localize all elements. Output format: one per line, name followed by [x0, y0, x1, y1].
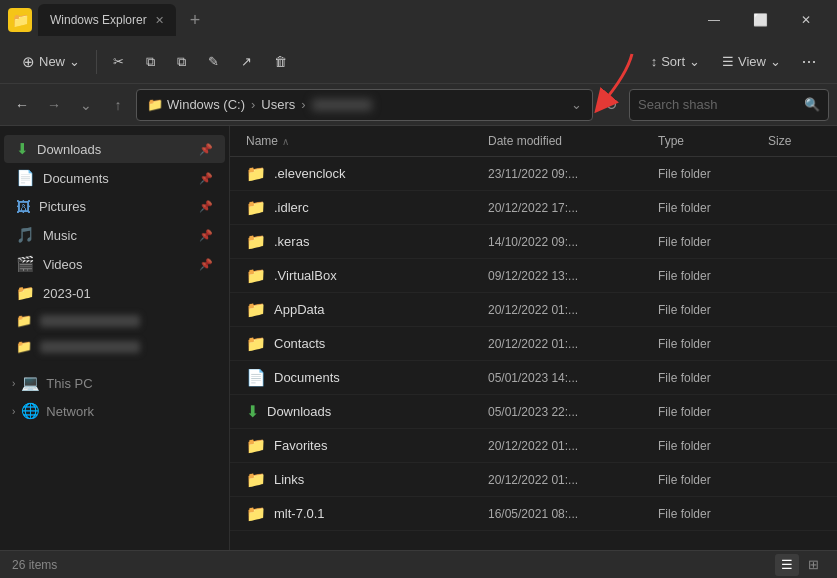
folder-icon: 📁: [246, 266, 266, 285]
table-row[interactable]: 📁 .elevenclock 23/11/2022 09:... File fo…: [230, 157, 837, 191]
file-size-cell: [760, 340, 837, 348]
file-size-cell: [760, 408, 837, 416]
sort-arrows-icon: ↕: [651, 54, 658, 69]
table-row[interactable]: 📄 Documents 05/01/2023 14:... File folde…: [230, 361, 837, 395]
view-button[interactable]: ☰ View ⌄: [712, 49, 791, 74]
file-name-cell: 📁 Favorites: [230, 432, 480, 459]
paste-button[interactable]: ⧉: [167, 49, 196, 75]
title-bar: 📁 Windows Explorer ✕ + — ⬜ ✕: [0, 0, 837, 40]
path-dropdown-icon[interactable]: ⌄: [571, 97, 582, 112]
delete-button[interactable]: 🗑: [264, 49, 297, 74]
cut-button[interactable]: ✂: [103, 49, 134, 74]
file-date-cell: 05/01/2023 14:...: [480, 367, 650, 389]
search-input[interactable]: [638, 97, 798, 112]
table-row[interactable]: 📁 .keras 14/10/2022 09:... File folder: [230, 225, 837, 259]
file-name-label: .elevenclock: [274, 166, 346, 181]
sidebar-item-downloads[interactable]: ⬇ Downloads 📌: [4, 135, 225, 163]
col-header-type[interactable]: Type: [650, 130, 760, 152]
back-button[interactable]: ←: [8, 91, 36, 119]
sidebar-item-pictures[interactable]: 🖼 Pictures 📌: [4, 193, 225, 220]
file-name-label: .idlerc: [274, 200, 309, 215]
network-label: Network: [46, 404, 217, 419]
table-row[interactable]: ⬇ Downloads 05/01/2023 22:... File folde…: [230, 395, 837, 429]
sidebar-item-blurred-1[interactable]: 📁: [4, 308, 225, 333]
folder-icon: 📁: [246, 436, 266, 455]
tab-label: Windows Explorer: [50, 13, 147, 27]
file-date-cell: 20/12/2022 01:...: [480, 469, 650, 491]
file-type-cell: File folder: [650, 265, 760, 287]
close-button[interactable]: ✕: [783, 4, 829, 36]
file-size-cell: [760, 204, 837, 212]
sidebar: ⬇ Downloads 📌 📄 Documents 📌 🖼 Pictures 📌…: [0, 126, 230, 550]
item-count-label: 26 items: [12, 558, 57, 572]
new-button[interactable]: ⊕ New ⌄: [12, 48, 90, 76]
maximize-button[interactable]: ⬜: [737, 4, 783, 36]
music-icon: 🎵: [16, 226, 35, 244]
file-date-cell: 20/12/2022 17:...: [480, 197, 650, 219]
col-header-name[interactable]: Name ∧: [230, 130, 480, 152]
path-sep-1: ›: [251, 97, 255, 112]
pin-icon: 📌: [199, 258, 213, 271]
file-name-label: .keras: [274, 234, 309, 249]
sidebar-label-blurred: [40, 341, 140, 353]
tab-close-button[interactable]: ✕: [155, 14, 164, 27]
sidebar-item-documents[interactable]: 📄 Documents 📌: [4, 164, 225, 192]
file-size-cell: [760, 510, 837, 518]
title-bar-left: 📁 Windows Explorer ✕ +: [8, 4, 691, 36]
new-tab-button[interactable]: +: [182, 10, 209, 31]
file-name-cell: 📁 mlt-7.0.1: [230, 500, 480, 527]
new-label: New: [39, 54, 65, 69]
sidebar-item-videos[interactable]: 🎬 Videos 📌: [4, 250, 225, 278]
minimize-button[interactable]: —: [691, 4, 737, 36]
col-header-date[interactable]: Date modified: [480, 130, 650, 152]
file-name-cell: ⬇ Downloads: [230, 398, 480, 425]
file-type-cell: File folder: [650, 333, 760, 355]
tab-active[interactable]: Windows Explorer ✕: [38, 4, 176, 36]
sidebar-section-this-pc[interactable]: › 💻 This PC: [0, 370, 229, 396]
sidebar-section-network[interactable]: › 🌐 Network: [0, 398, 229, 424]
file-name-label: .VirtualBox: [274, 268, 337, 283]
chevron-right-icon: ›: [12, 378, 15, 389]
cut-icon: ✂: [113, 54, 124, 69]
rename-button[interactable]: ✎: [198, 49, 229, 74]
copy-button[interactable]: ⧉: [136, 49, 165, 75]
file-name-cell: 📁 AppData: [230, 296, 480, 323]
sidebar-item-2023[interactable]: 📁 2023-01: [4, 279, 225, 307]
forward-button[interactable]: →: [40, 91, 68, 119]
toolbar-sep-1: [96, 50, 97, 74]
table-row[interactable]: 📁 Favorites 20/12/2022 01:... File folde…: [230, 429, 837, 463]
list-view-button[interactable]: ☰: [775, 554, 799, 576]
sidebar-item-blurred-2[interactable]: 📁: [4, 334, 225, 359]
table-row[interactable]: 📁 AppData 20/12/2022 01:... File folder: [230, 293, 837, 327]
share-icon: ↗: [241, 54, 252, 69]
more-options-button[interactable]: ···: [793, 46, 825, 78]
sort-button[interactable]: ↕ Sort ⌄: [641, 49, 710, 74]
file-date-cell: 09/12/2022 13:...: [480, 265, 650, 287]
table-row[interactable]: 📁 mlt-7.0.1 16/05/2021 08:... File folde…: [230, 497, 837, 531]
file-date-cell: 20/12/2022 01:...: [480, 435, 650, 457]
this-pc-label: This PC: [46, 376, 217, 391]
refresh-button[interactable]: ↻: [597, 91, 625, 119]
dropdown-nav-button[interactable]: ⌄: [72, 91, 100, 119]
pin-icon: 📌: [199, 172, 213, 185]
downloads-folder-icon: ⬇: [246, 402, 259, 421]
sidebar-item-label: Documents: [43, 171, 191, 186]
address-path[interactable]: 📁 Windows (C:) › Users › ⌄: [136, 89, 593, 121]
table-row[interactable]: 📁 .VirtualBox 09/12/2022 13:... File fol…: [230, 259, 837, 293]
folder-icon: 📁: [246, 232, 266, 251]
table-row[interactable]: 📁 Links 20/12/2022 01:... File folder: [230, 463, 837, 497]
search-box[interactable]: 🔍: [629, 89, 829, 121]
app-icon: 📁: [8, 8, 32, 32]
grid-view-button[interactable]: ⊞: [801, 554, 825, 576]
col-header-size[interactable]: Size: [760, 130, 837, 152]
sort-arrow-icon: ∧: [282, 136, 289, 147]
sidebar-item-music[interactable]: 🎵 Music 📌: [4, 221, 225, 249]
share-button[interactable]: ↗: [231, 49, 262, 74]
downloads-icon: ⬇: [16, 140, 29, 158]
new-dropdown-icon: ⌄: [69, 54, 80, 69]
table-row[interactable]: 📁 Contacts 20/12/2022 01:... File folder: [230, 327, 837, 361]
file-list: 📁 .elevenclock 23/11/2022 09:... File fo…: [230, 157, 837, 550]
up-button[interactable]: ↑: [104, 91, 132, 119]
table-row[interactable]: 📁 .idlerc 20/12/2022 17:... File folder: [230, 191, 837, 225]
file-size-cell: [760, 476, 837, 484]
